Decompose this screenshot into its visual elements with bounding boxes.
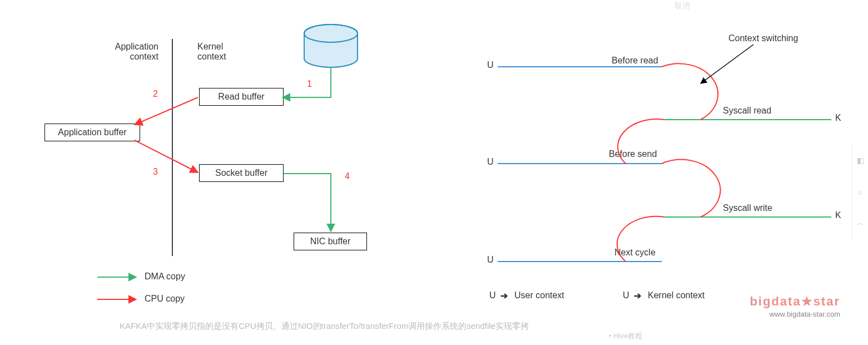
- watermark-url: www.bigdata-star.com: [770, 310, 840, 318]
- marker-U-3: U: [487, 255, 494, 265]
- step-1: 1: [307, 79, 312, 89]
- watermark-brand: bigdata★star: [750, 294, 840, 309]
- legend-cpu-label: CPU copy: [145, 294, 185, 304]
- text-read-buffer: Read buffer: [218, 92, 264, 101]
- label-before-read: Before read: [612, 56, 658, 66]
- caption-text: KAFKA中实现零拷贝指的是没有CPU拷贝。通过NIO的transferTo/t…: [120, 321, 529, 332]
- label-context-switching: Context switching: [728, 33, 798, 43]
- box-application-buffer: Application buffer: [44, 124, 140, 141]
- arrow-icon-2: ➔: [634, 290, 641, 301]
- box-socket-buffer: Socket buffer: [199, 164, 284, 182]
- legend-user-context: User context: [514, 290, 564, 300]
- sidebar-item-hive-label: Hive教程: [613, 332, 642, 340]
- marker-U-2: U: [487, 157, 494, 167]
- legend-kernel-context: Kernel context: [648, 290, 705, 300]
- svg-point-2: [304, 24, 358, 42]
- top-faint-text: 取消: [674, 1, 690, 11]
- box-read-buffer: Read buffer: [199, 88, 284, 106]
- diagram-stage: Application context Kernel context Appli…: [0, 0, 868, 345]
- step-3: 3: [153, 167, 158, 177]
- legend-U-symbol-2: U: [623, 290, 629, 300]
- text-socket-buffer: Socket buffer: [215, 168, 267, 178]
- arrow-icon: ➔: [500, 290, 508, 301]
- text-nic-buffer: NIC buffer: [310, 236, 351, 246]
- label-syscall-write: Syscall write: [723, 203, 772, 213]
- disk-icon: [304, 24, 358, 67]
- box-nic-buffer: NIC buffer: [294, 233, 367, 250]
- tool-icon-2[interactable]: ⌕: [858, 187, 862, 196]
- label-kernel-context: Kernel context: [197, 42, 226, 62]
- sidebar-item-hive[interactable]: • Hive教程: [609, 331, 642, 341]
- label-syscall-read: Syscall read: [723, 106, 771, 116]
- legend-U-symbol-1: U: [489, 290, 496, 300]
- tool-icon-3[interactable]: ︿: [856, 218, 864, 228]
- marker-K-2: K: [835, 210, 841, 220]
- step-2: 2: [153, 89, 158, 99]
- label-before-send: Before send: [609, 149, 657, 159]
- text-application-buffer: Application buffer: [58, 127, 126, 137]
- side-toolbar: ◧ ⌕ ︿: [852, 145, 868, 239]
- svg-line-10: [701, 45, 753, 83]
- label-application-context: Application context: [103, 42, 158, 62]
- tool-icon-1[interactable]: ◧: [857, 156, 864, 165]
- marker-U-1: U: [487, 60, 494, 70]
- marker-K-1: K: [835, 113, 841, 123]
- legend-dma-label: DMA copy: [145, 272, 185, 282]
- step-4: 4: [345, 171, 350, 181]
- svg-point-1: [304, 24, 358, 42]
- label-next-cycle: Next cycle: [614, 248, 656, 258]
